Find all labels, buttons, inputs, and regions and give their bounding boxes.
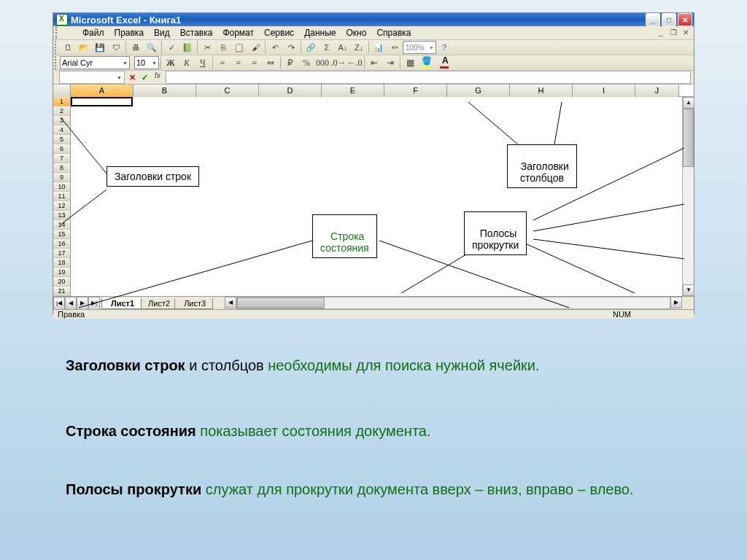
percent-icon[interactable]: % xyxy=(299,55,314,70)
toolbar-handle[interactable] xyxy=(55,27,59,39)
doc-minimize-button[interactable]: _ xyxy=(656,28,666,37)
menu-view[interactable]: Вид xyxy=(149,26,175,39)
autosum-icon[interactable]: Σ xyxy=(320,40,334,55)
paste-icon[interactable]: 📋 xyxy=(232,40,247,55)
merge-center-icon[interactable]: ⇔ xyxy=(263,55,278,70)
comma-style-icon[interactable]: 000 xyxy=(315,55,330,70)
chart-wizard-icon[interactable]: 📊 xyxy=(371,40,386,55)
row-header[interactable]: 15 xyxy=(53,230,71,239)
decrease-indent-icon[interactable]: ⇤ xyxy=(367,55,382,70)
maximize-button[interactable]: □ xyxy=(662,13,676,26)
vertical-scrollbar[interactable]: ▲ ▼ xyxy=(682,97,694,296)
doc-close-button[interactable]: ✕ xyxy=(681,28,691,37)
spelling-icon[interactable]: ✓ xyxy=(164,40,179,55)
research-icon[interactable]: 📗 xyxy=(180,40,195,55)
menu-edit[interactable]: Правка xyxy=(109,26,150,39)
cut-icon[interactable]: ✂ xyxy=(200,40,214,55)
tab-nav-prev-icon[interactable]: ◀ xyxy=(65,297,77,310)
row-header[interactable]: 3 xyxy=(53,116,71,125)
sort-asc-icon[interactable]: A↓ xyxy=(336,40,350,55)
scroll-down-icon[interactable]: ▼ xyxy=(683,284,694,296)
close-button[interactable]: ✕ xyxy=(678,13,692,26)
row-header[interactable]: 6 xyxy=(53,144,71,154)
menu-tools[interactable]: Сервис xyxy=(259,26,299,39)
increase-indent-icon[interactable]: ⇥ xyxy=(383,55,398,70)
row-header[interactable]: 2 xyxy=(53,106,71,116)
font-name-combo[interactable]: Arial Cyr ▼ xyxy=(60,56,130,69)
increase-decimal-icon[interactable]: .0→ xyxy=(331,55,346,70)
scroll-up-icon[interactable]: ▲ xyxy=(683,97,694,109)
italic-button[interactable]: К xyxy=(179,55,194,70)
cells-grid[interactable] xyxy=(71,97,682,296)
menu-data[interactable]: Данные xyxy=(299,26,341,39)
font-size-combo[interactable]: 10 ▼ xyxy=(134,56,159,69)
new-icon[interactable]: 🗋 xyxy=(61,40,75,55)
doc-restore-button[interactable]: ❐ xyxy=(668,28,678,37)
copy-icon[interactable]: ⎘ xyxy=(216,40,231,55)
scroll-right-icon[interactable]: ▶ xyxy=(670,297,682,308)
sort-desc-icon[interactable]: Z↓ xyxy=(352,40,366,55)
menu-file[interactable]: Файл xyxy=(77,26,109,39)
hyperlink-icon[interactable]: 🔗 xyxy=(303,40,318,55)
open-icon[interactable]: 📂 xyxy=(77,40,91,55)
hscroll-track[interactable] xyxy=(236,297,670,309)
fill-color-button[interactable]: 🪣 xyxy=(419,55,436,70)
row-header[interactable]: 5 xyxy=(53,135,71,144)
column-header[interactable]: F xyxy=(384,85,447,97)
row-header[interactable]: 16 xyxy=(53,239,71,249)
row-header[interactable]: 1 xyxy=(53,97,71,106)
align-left-icon[interactable]: ≡ xyxy=(215,55,230,70)
row-header[interactable]: 20 xyxy=(53,277,71,287)
column-header[interactable]: A xyxy=(71,85,133,97)
row-header[interactable]: 13 xyxy=(53,211,71,220)
menu-help[interactable]: Справка xyxy=(371,26,416,39)
vscroll-track[interactable] xyxy=(683,109,694,284)
column-header[interactable]: H xyxy=(510,85,573,97)
row-header[interactable]: 17 xyxy=(53,249,71,258)
align-center-icon[interactable]: ≡ xyxy=(231,55,246,70)
row-header[interactable]: 10 xyxy=(53,182,71,192)
row-header[interactable]: 9 xyxy=(53,173,71,182)
scroll-left-icon[interactable]: ◀ xyxy=(225,297,236,308)
redo-icon[interactable]: ↷ xyxy=(284,40,298,55)
format-painter-icon[interactable]: 🖌 xyxy=(248,40,263,55)
column-header[interactable]: D xyxy=(259,85,322,97)
column-header[interactable]: B xyxy=(133,85,196,97)
cancel-icon[interactable]: ✕ xyxy=(126,73,139,82)
formula-input[interactable] xyxy=(166,71,691,84)
row-header[interactable]: 4 xyxy=(53,125,71,135)
toolbar-handle[interactable] xyxy=(55,41,58,54)
drawing-icon[interactable]: ✏ xyxy=(387,40,402,55)
column-header[interactable]: G xyxy=(447,85,510,97)
row-header[interactable]: 18 xyxy=(53,258,71,268)
decrease-decimal-icon[interactable]: ←.0 xyxy=(347,55,362,70)
name-box[interactable]: ▼ xyxy=(59,71,125,84)
horizontal-scrollbar[interactable]: ◀ ▶ xyxy=(225,297,682,309)
tab-nav-last-icon[interactable]: ▶| xyxy=(88,297,100,310)
sheet-tab-3[interactable]: Лист3 xyxy=(174,298,213,309)
help-icon[interactable]: ? xyxy=(437,40,452,55)
zoom-combo[interactable]: 100% ▼ xyxy=(403,41,436,54)
save-icon[interactable]: 💾 xyxy=(93,40,107,55)
tab-nav-next-icon[interactable]: ▶ xyxy=(77,297,88,310)
column-header[interactable]: J xyxy=(635,85,679,97)
currency-icon[interactable]: ₽ xyxy=(283,55,298,70)
select-all-corner[interactable] xyxy=(53,85,71,97)
column-header[interactable]: C xyxy=(196,85,259,97)
bold-button[interactable]: Ж xyxy=(163,55,178,70)
print-preview-icon[interactable]: 🔍 xyxy=(144,40,159,55)
align-right-icon[interactable]: ≡ xyxy=(247,55,262,70)
undo-icon[interactable]: ↶ xyxy=(268,40,282,55)
menu-format[interactable]: Формат xyxy=(217,26,259,39)
row-header[interactable]: 11 xyxy=(53,192,71,201)
underline-button[interactable]: Ч xyxy=(196,55,210,70)
tab-nav-first-icon[interactable]: |◀ xyxy=(53,297,65,310)
hscroll-thumb[interactable] xyxy=(237,298,325,308)
borders-icon[interactable]: ▦ xyxy=(403,55,417,70)
font-color-button[interactable]: A xyxy=(438,55,455,70)
fx-icon[interactable]: fx xyxy=(151,71,164,83)
menu-insert[interactable]: Вставка xyxy=(175,26,218,39)
permission-icon[interactable]: 🛡 xyxy=(109,40,123,55)
row-header[interactable]: 8 xyxy=(53,163,71,173)
row-header[interactable]: 12 xyxy=(53,201,71,211)
